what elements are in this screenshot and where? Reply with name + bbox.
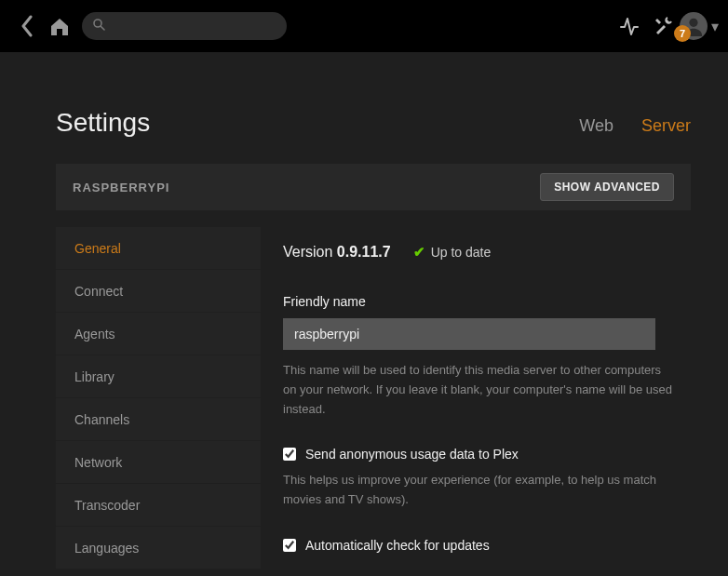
update-status-label: Up to date bbox=[431, 245, 492, 260]
auto-update-checkbox[interactable] bbox=[283, 539, 296, 552]
version-text: Version 0.9.11.7 bbox=[283, 244, 391, 261]
user-menu[interactable]: 7 ▾ bbox=[680, 12, 719, 40]
update-status: ✔Up to date bbox=[413, 244, 492, 261]
svg-point-2 bbox=[689, 19, 697, 27]
back-button[interactable] bbox=[9, 9, 43, 43]
home-button[interactable] bbox=[43, 9, 76, 43]
friendly-name-label: Friendly name bbox=[283, 294, 691, 309]
show-advanced-button[interactable]: SHOW ADVANCED bbox=[540, 173, 674, 201]
notification-badge: 7 bbox=[674, 25, 691, 42]
server-name: RASPBERRYPI bbox=[73, 181, 169, 194]
page-title: Settings bbox=[56, 108, 150, 138]
version-prefix: Version bbox=[283, 244, 337, 260]
caret-down-icon: ▾ bbox=[711, 18, 719, 35]
sidebar-item-channels[interactable]: Channels bbox=[56, 398, 261, 441]
sidebar-item-library[interactable]: Library bbox=[56, 355, 261, 398]
activity-button[interactable] bbox=[613, 9, 646, 43]
auto-update-label[interactable]: Automatically check for updates bbox=[305, 538, 490, 553]
sidebar-item-transcoder[interactable]: Transcoder bbox=[56, 484, 261, 527]
sidebar-item-connect[interactable]: Connect bbox=[56, 270, 261, 313]
usage-data-checkbox[interactable] bbox=[283, 448, 296, 461]
sidebar-item-general[interactable]: General bbox=[56, 227, 261, 270]
sidebar-item-agents[interactable]: Agents bbox=[56, 313, 261, 355]
search-input[interactable] bbox=[82, 12, 287, 40]
sidebar-item-languages[interactable]: Languages bbox=[56, 527, 261, 569]
chevron-left-icon bbox=[20, 15, 33, 37]
tab-server[interactable]: Server bbox=[641, 116, 691, 136]
version-number: 0.9.11.7 bbox=[337, 244, 391, 260]
settings-sidebar: General Connect Agents Library Channels … bbox=[56, 227, 261, 569]
server-bar: RASPBERRYPI SHOW ADVANCED bbox=[56, 164, 691, 210]
usage-data-label[interactable]: Send anonymous usage data to Plex bbox=[305, 447, 519, 462]
friendly-name-help: This name will be used to identify this … bbox=[283, 361, 674, 419]
tools-icon bbox=[653, 16, 673, 36]
activity-icon bbox=[619, 16, 640, 36]
sidebar-item-network[interactable]: Network bbox=[56, 441, 261, 484]
friendly-name-input[interactable] bbox=[283, 318, 655, 350]
usage-data-help: This helps us improve your experience (f… bbox=[283, 471, 674, 510]
tab-web[interactable]: Web bbox=[579, 116, 613, 136]
home-icon bbox=[48, 16, 71, 36]
check-icon: ✔ bbox=[413, 244, 425, 261]
